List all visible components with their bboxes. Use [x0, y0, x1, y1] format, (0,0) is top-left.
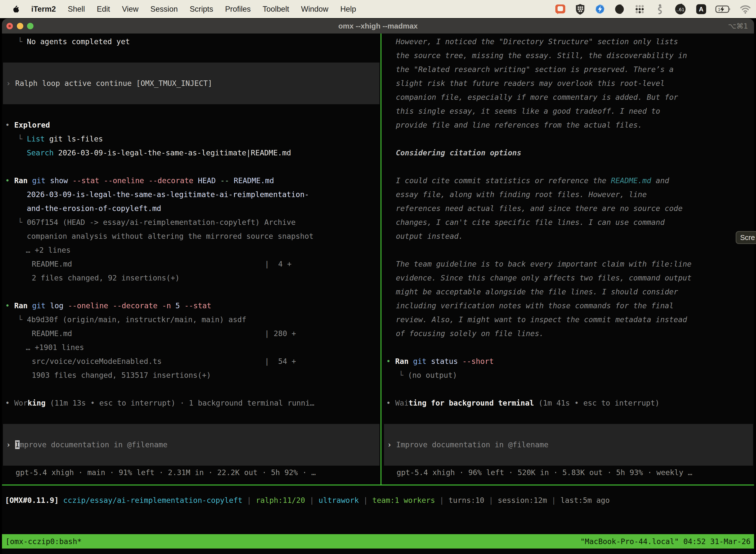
text-segment: provide file and line references from th… [396, 121, 642, 129]
menu-item-iterm2[interactable]: iTerm2 [31, 5, 56, 13]
terminal-line: … +2 lines [2, 243, 380, 257]
terminal-line: evidence. Since this change only affects… [383, 271, 754, 285]
pane-divider[interactable] [380, 34, 381, 485]
text-segment: Wai [395, 399, 408, 407]
window-title: omx --xhigh --madmax [2, 19, 754, 34]
prompt-input[interactable]: › Improve documentation in @filename [384, 424, 753, 466]
dark-mode-icon[interactable] [614, 3, 626, 15]
battery-percent-label: ..61 [676, 7, 684, 12]
blank-line [383, 410, 754, 424]
text-segment [46, 301, 50, 310]
text-segment: evidence. Since this change only affects… [396, 274, 692, 282]
menu-item-session[interactable]: Session [150, 5, 178, 13]
terminal-line: • Ran git show --stat --oneline --decora… [2, 174, 380, 188]
terminal-line: review. Also, I might want to inspect th… [383, 313, 754, 327]
bolt-badge-icon[interactable] [594, 3, 606, 15]
blank-line [2, 104, 380, 118]
battery-charging-icon[interactable]: 1 [715, 3, 731, 15]
terminal-line: The team guideline is to back every impo… [383, 257, 754, 271]
menu-item-shell[interactable]: Shell [68, 5, 85, 13]
text-segment: the source tree, missing the essay. Stil… [396, 51, 687, 60]
blank-line [383, 382, 754, 396]
text-segment: git [32, 301, 45, 310]
svg-text:1: 1 [718, 7, 720, 12]
terminal-line: Search 2026-03-09-is-legal-the-same-as-l… [2, 146, 380, 160]
menu-item-scripts[interactable]: Scripts [190, 5, 213, 13]
text-segment: 2026-03-09-is-legal-the-same-as-legitima… [54, 149, 291, 157]
terminal-line: └ No agents completed yet [2, 35, 380, 49]
text-segment: Ran [14, 301, 27, 310]
battery-percent-icon[interactable]: ..61 [674, 3, 687, 15]
text-segment: [OMX#0.11.9] [5, 496, 59, 505]
terminal-line: README.md | 4 + [2, 257, 380, 271]
terminal-line: However, I noticed the "Directory Struct… [383, 35, 754, 49]
text-segment: turns:10 [448, 496, 485, 505]
terminal-line: 2 files changed, 92 insertions(+) [2, 271, 380, 285]
prompt-input[interactable]: › Improve documentation in @filename [3, 424, 379, 466]
text-segment: changes, I can't cite specific file line… [396, 218, 665, 227]
terminal-line: • Waiting for background terminal (1m 41… [383, 396, 754, 410]
menu-item-help[interactable]: Help [340, 5, 356, 13]
terminal-line: src/voice/voiceModeEnabled.ts | 54 + [2, 354, 380, 368]
text-segment: List [27, 134, 45, 143]
tmux-status-bar: [omx-cczip0:bash* "MacBook-Pro-44.local"… [2, 534, 754, 549]
text-segment: └ [18, 37, 27, 46]
text-segment: essay file, along with finding root file… [396, 190, 647, 199]
menu-item-edit[interactable]: Edit [97, 5, 110, 13]
text-segment: • [5, 301, 14, 310]
terminal-line: • Ran git log --oneline --decorate -n 5 … [2, 299, 380, 313]
text-segment: └ [399, 371, 408, 380]
screen-share-overlay[interactable]: Scre [736, 231, 756, 244]
terminal-line: provide file and line references from th… [383, 118, 754, 132]
terminal-line: └ (no output) [383, 368, 754, 382]
wifi-icon[interactable] [740, 3, 751, 15]
text-segment: • [5, 399, 14, 407]
text-segment: • [5, 121, 14, 129]
text-segment: However, I noticed the "Directory Struct… [396, 37, 678, 46]
menu-item-toolbelt[interactable]: Toolbelt [263, 5, 289, 13]
text-segment: • [386, 399, 395, 407]
text-segment: 2 files changed, 92 insertions(+) [32, 274, 180, 282]
text-segment: mprove documentation in @filename [19, 440, 168, 449]
figure-icon[interactable] [654, 3, 665, 15]
terminal-line: gpt-5.4 xhigh · main · 91% left · 2.31M … [2, 466, 380, 480]
text-segment [59, 496, 63, 505]
keyboard-layout-icon[interactable]: A [695, 3, 707, 15]
text-segment: • [386, 357, 395, 366]
text-segment: Ralph loop active continue [OMX_TMUX_INJ… [15, 79, 212, 88]
iterm2-window: omx --xhigh --madmax ⌥⌘1 └ No agents com… [2, 19, 754, 554]
text-segment: companion analysis without altering the … [27, 232, 314, 240]
apple-menu-icon[interactable] [10, 4, 20, 15]
terminal-line: gpt-5.4 xhigh · 96% left · 520K in · 5.8… [383, 466, 754, 480]
terminal-line: slight risk that future readers may over… [383, 76, 754, 90]
text-segment: | [242, 496, 256, 505]
terminal-line: 1903 files changed, 513517 insertions(+) [2, 368, 380, 382]
menu-item-profiles[interactable]: Profiles [225, 5, 251, 13]
text-segment: gpt-5.4 xhigh · main · 91% left · 2.31M … [16, 468, 316, 477]
menu-bar-status-icons: ..61 A 1 [555, 3, 756, 15]
window-title-bar: omx --xhigh --madmax ⌥⌘1 [2, 19, 754, 34]
text-segment [216, 176, 220, 185]
shield-grid-icon[interactable] [574, 3, 586, 15]
text-segment: | [435, 496, 448, 505]
text-segment: review. Also, I might want to inspect th… [396, 315, 687, 324]
dots-grid-icon[interactable] [634, 3, 645, 15]
terminal-line: • Explored [2, 118, 380, 132]
terminal-line: companion file, especially if more comme… [383, 90, 754, 104]
text-segment: (11m 13s • esc to interrupt) · 1 backgro… [46, 399, 315, 407]
blank-line [2, 49, 380, 63]
terminal-line: references need actual files, and since … [383, 202, 754, 215]
text-segment [180, 301, 184, 310]
text-segment: | [359, 496, 372, 505]
text-segment: (1m 41s • esc to interrupt) [534, 399, 659, 407]
text-segment [27, 176, 32, 185]
chat-icon[interactable] [555, 3, 566, 15]
text-segment: companion file, especially if more comme… [396, 93, 678, 102]
text-segment: --oneline --decorate -n [68, 301, 171, 310]
menu-item-view[interactable]: View [122, 5, 139, 13]
blank-line [383, 243, 754, 257]
text-segment: of focusing solely on file lines. [396, 329, 544, 338]
text-segment: cczip/essay/ai-reimplementation-copyleft [63, 496, 242, 505]
blank-line [2, 382, 380, 396]
menu-item-window[interactable]: Window [301, 5, 328, 13]
